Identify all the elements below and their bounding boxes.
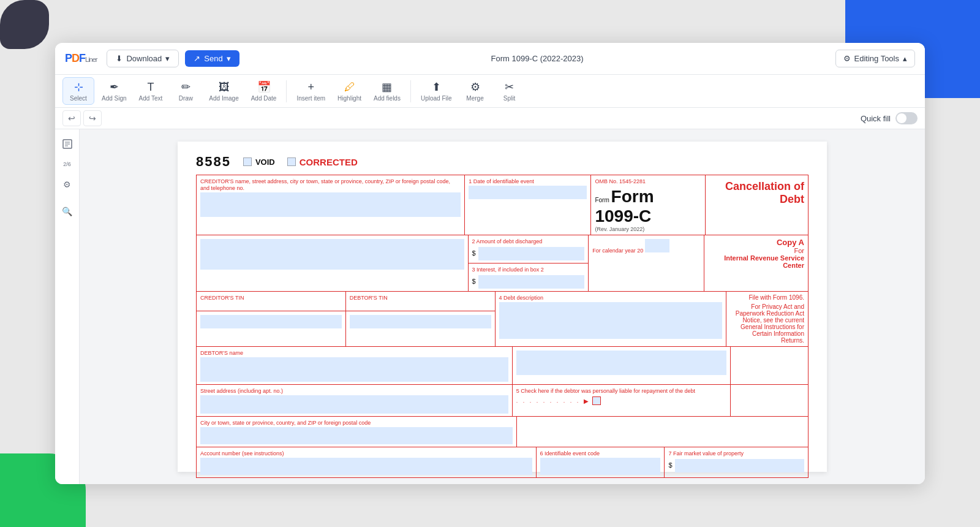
upload-file-tool-button[interactable]: ⬆ Upload File	[416, 78, 457, 104]
undo-redo-group: ↩ ↪	[62, 110, 102, 126]
draw-tool-button[interactable]: ✏ Draw	[170, 78, 202, 104]
form-name-label: Form	[595, 197, 611, 203]
debt-description-label: 4 Debt description	[499, 295, 544, 301]
insert-item-icon: +	[307, 81, 314, 94]
send-button[interactable]: ↗ Send ▾	[185, 50, 239, 67]
creditor-name-cont-input[interactable]	[200, 239, 464, 270]
street-address-input[interactable]	[200, 395, 508, 414]
debtor-tin-input-cell	[346, 311, 495, 331]
highlight-tool-button[interactable]: 🖊 Highlight	[333, 78, 366, 104]
amount-symbol: $	[472, 249, 476, 257]
debtor-name-label: DEBTOR'S name	[200, 350, 243, 356]
account-number-cell: Account number (see instructions)	[197, 447, 537, 477]
debtor-tin-cell: DEBTOR'S TIN	[346, 292, 495, 311]
interest-symbol: $	[472, 278, 476, 285]
calendar-year-input[interactable]	[645, 239, 669, 252]
file-with-label: File with Form 1096.	[730, 294, 804, 301]
add-text-icon: T	[147, 81, 154, 94]
merge-tool-button[interactable]: ⚙ Merge	[459, 78, 491, 104]
street-address-label: Street address (including apt. no.)	[200, 388, 283, 394]
street-address-cell: Street address (including apt. no.)	[197, 385, 513, 416]
cancellation-title-cell: Cancellation of Debt	[706, 175, 808, 235]
split-label: Split	[503, 95, 515, 102]
download-chevron-icon: ▾	[165, 54, 170, 63]
sidebar-settings-icon[interactable]: ⚙	[58, 175, 77, 194]
add-date-icon: 📅	[257, 80, 271, 94]
editing-tools-icon: ⚙	[843, 54, 851, 63]
editing-tools-button[interactable]: ⚙ Editing Tools ▴	[835, 50, 915, 67]
form-container: 8585 VOID CORRECTED	[178, 142, 827, 472]
add-image-icon: 🖼	[219, 81, 230, 94]
city-input[interactable]	[200, 427, 513, 444]
debtor-name-cell: DEBTOR'S name	[197, 347, 513, 384]
fair-market-input[interactable]	[675, 459, 804, 472]
add-sign-label: Add Sign	[102, 95, 127, 102]
add-sign-tool-button[interactable]: ✒ Add Sign	[97, 78, 132, 104]
select-tool-button[interactable]: ⊹ Select	[62, 77, 94, 105]
row6-right-cell	[517, 417, 808, 447]
debt-desc-cont-cell	[513, 347, 731, 384]
copy-a-recipient: Internal Revenue Service Center	[708, 254, 804, 269]
split-tool-button[interactable]: ✂ Split	[494, 78, 526, 104]
corrected-checkbox[interactable]	[287, 157, 296, 166]
account-number-label: Account number (see instructions)	[200, 450, 284, 457]
select-icon: ⊹	[74, 80, 83, 94]
toolbar-separator	[286, 80, 287, 102]
add-image-label: Add Image	[209, 95, 238, 102]
creditor-name-cell: CREDITOR'S name, street address, city or…	[197, 175, 465, 235]
undo-button[interactable]: ↩	[62, 110, 81, 126]
add-text-tool-button[interactable]: T Add Text	[134, 78, 168, 104]
debtor-name-input[interactable]	[200, 357, 508, 382]
upload-file-icon: ⬆	[432, 80, 441, 94]
event-code-input[interactable]	[540, 458, 661, 475]
form-row-3: CREDITOR'S TIN DEBTOR'S TIN	[197, 292, 808, 347]
creditor-tin-input[interactable]	[200, 315, 342, 328]
insert-item-tool-button[interactable]: + Insert item	[292, 78, 330, 104]
creditor-name-input[interactable]	[200, 192, 461, 217]
debt-description-input[interactable]	[499, 302, 722, 339]
download-label: Download	[126, 54, 162, 63]
personally-liable-checkbox[interactable]	[592, 396, 601, 405]
form-row-2: 2 Amount of debt discharged $ 3 Interest…	[197, 235, 808, 292]
copy-a-for: For	[708, 247, 804, 254]
sidebar-pages-icon[interactable]	[58, 134, 77, 154]
row5-right-cell	[731, 385, 808, 416]
arrow-right-icon: ▶	[584, 398, 589, 404]
copy-a-detail2-cell	[731, 347, 808, 384]
form-row-5: Street address (including apt. no.) 5 Ch…	[197, 385, 808, 417]
add-date-tool-button[interactable]: 📅 Add Date	[246, 78, 282, 104]
add-text-label: Add Text	[139, 95, 163, 102]
add-fields-tool-button[interactable]: ▦ Add fields	[369, 78, 405, 104]
creditor-name-label: CREDITOR'S name, street address, city or…	[200, 178, 450, 191]
debtor-tin-input[interactable]	[350, 315, 491, 328]
quick-fill-toggle[interactable]	[895, 112, 918, 124]
fair-market-symbol: $	[668, 461, 672, 469]
add-image-tool-button[interactable]: 🖼 Add Image	[204, 78, 243, 104]
fair-market-cell: 7 Fair market value of property $	[665, 447, 808, 477]
download-button[interactable]: ⬇ Download ▾	[107, 50, 179, 67]
date-event-input[interactable]	[469, 186, 587, 199]
calendar-year-cell: For calendar year 20	[589, 235, 704, 291]
redo-button[interactable]: ↪	[83, 110, 102, 126]
copy-a-cell: Copy A For Internal Revenue Service Cent…	[704, 235, 808, 291]
creditor-tin-input-cell	[197, 311, 345, 331]
send-icon: ↗	[194, 54, 200, 63]
logo-text: PDFLiner	[65, 52, 97, 65]
left-sidebar: 2/6 ⚙ 🔍	[55, 129, 80, 484]
void-label: VOID	[255, 157, 275, 167]
void-checkbox[interactable]	[243, 157, 252, 166]
merge-icon: ⚙	[470, 80, 480, 94]
bg-decoration-top-left	[0, 0, 49, 49]
interest-input[interactable]	[478, 275, 585, 289]
sidebar-search-icon[interactable]: 🔍	[58, 202, 77, 221]
interest-label: 3 Interest, if included in box 2	[472, 267, 544, 273]
add-fields-icon: ▦	[382, 80, 392, 94]
debt-desc-cont-input[interactable]	[516, 351, 726, 375]
amount-discharged-input[interactable]	[478, 247, 585, 260]
copy-a-detail-cell: File with Form 1096. For Privacy Act and…	[726, 292, 808, 346]
date-event-cell: 1 Date of identifiable event	[465, 175, 591, 235]
account-number-input[interactable]	[200, 458, 532, 475]
debt-description-cell: 4 Debt description	[496, 292, 726, 346]
debtor-tin-label: DEBTOR'S TIN	[350, 295, 388, 301]
draw-icon: ✏	[181, 80, 190, 94]
